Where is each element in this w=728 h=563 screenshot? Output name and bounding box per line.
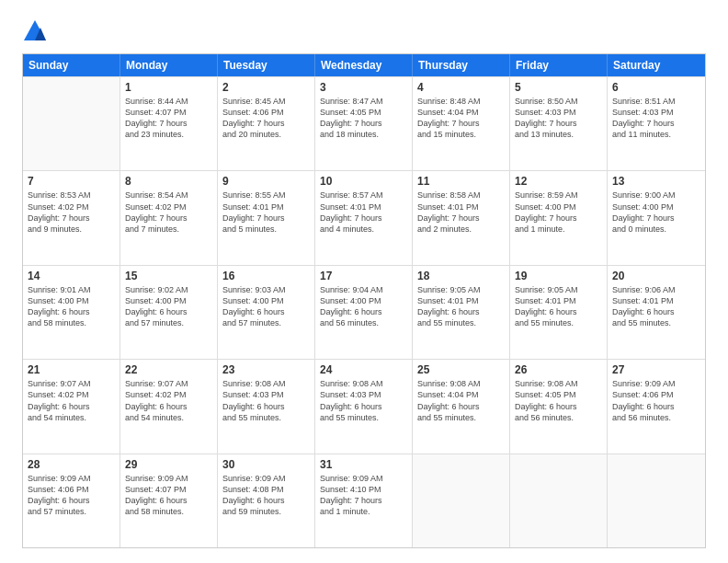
calendar-cell: 17Sunrise: 9:04 AMSunset: 4:00 PMDayligh… [315, 266, 413, 359]
cell-line: and 2 minutes. [417, 224, 505, 235]
day-number: 15 [125, 270, 212, 282]
cell-line: Sunrise: 8:50 AM [515, 96, 602, 107]
cell-line: Sunset: 4:02 PM [28, 389, 115, 400]
cell-line: Sunrise: 9:07 AM [28, 378, 115, 389]
cell-line: and 13 minutes. [515, 129, 602, 140]
calendar-cell [510, 454, 608, 547]
day-number: 25 [417, 363, 505, 376]
calendar-cell: 4Sunrise: 8:48 AMSunset: 4:04 PMDaylight… [413, 77, 510, 170]
calendar-cell: 15Sunrise: 9:02 AMSunset: 4:00 PMDayligh… [120, 266, 218, 359]
calendar-cell: 6Sunrise: 8:51 AMSunset: 4:03 PMDaylight… [608, 77, 705, 170]
cell-line: Sunrise: 9:09 AM [320, 473, 407, 484]
day-number: 16 [222, 270, 310, 282]
cell-line: and 58 minutes. [125, 506, 212, 517]
calendar-cell: 25Sunrise: 9:08 AMSunset: 4:04 PMDayligh… [413, 360, 510, 453]
cell-line: and 55 minutes. [612, 317, 700, 328]
day-number: 7 [28, 175, 115, 188]
calendar-cell: 13Sunrise: 9:00 AMSunset: 4:00 PMDayligh… [608, 171, 705, 264]
day-number: 20 [612, 270, 700, 282]
cell-line: and 55 minutes. [417, 317, 505, 328]
cell-line: Sunset: 4:07 PM [125, 107, 212, 118]
cell-line: Sunset: 4:04 PM [417, 107, 505, 118]
calendar-cell [608, 454, 705, 547]
cell-line: Sunset: 4:06 PM [612, 389, 700, 400]
day-number: 8 [125, 175, 212, 188]
cell-line: and 55 minutes. [320, 412, 407, 423]
cell-line: Sunrise: 9:08 AM [515, 378, 602, 389]
cell-line: Sunrise: 9:08 AM [417, 378, 505, 389]
cell-line: Sunset: 4:10 PM [320, 484, 407, 495]
cell-line: Sunrise: 9:01 AM [28, 284, 115, 295]
calendar-row: 28Sunrise: 9:09 AMSunset: 4:06 PMDayligh… [23, 454, 705, 547]
header [22, 18, 706, 44]
cell-line: Daylight: 6 hours [125, 495, 212, 506]
day-number: 11 [417, 175, 505, 188]
day-number: 31 [320, 458, 407, 471]
day-number: 30 [222, 458, 310, 471]
cell-line: Daylight: 7 hours [125, 213, 212, 224]
day-number: 22 [125, 363, 212, 376]
cell-line: Sunset: 4:08 PM [222, 484, 310, 495]
cell-line: Daylight: 6 hours [125, 401, 212, 412]
cell-line: Sunrise: 9:04 AM [320, 284, 407, 295]
cell-line: Sunset: 4:03 PM [515, 107, 602, 118]
calendar-body: 1Sunrise: 8:44 AMSunset: 4:07 PMDaylight… [23, 76, 705, 547]
calendar-row: 7Sunrise: 8:53 AMSunset: 4:02 PMDaylight… [23, 170, 705, 264]
cell-line: and 55 minutes. [417, 412, 505, 423]
calendar-cell: 30Sunrise: 9:09 AMSunset: 4:08 PMDayligh… [218, 454, 315, 547]
cell-line: Sunrise: 9:05 AM [417, 284, 505, 295]
cell-line: Daylight: 6 hours [417, 306, 505, 317]
cell-line: Daylight: 7 hours [417, 118, 505, 129]
cell-line: Daylight: 6 hours [125, 306, 212, 317]
cell-line: and 4 minutes. [320, 224, 407, 235]
cal-header-cell: Tuesday [218, 54, 315, 76]
calendar-cell: 21Sunrise: 9:07 AMSunset: 4:02 PMDayligh… [23, 360, 120, 453]
cell-line: Daylight: 6 hours [320, 306, 407, 317]
calendar-cell: 19Sunrise: 9:05 AMSunset: 4:01 PMDayligh… [510, 266, 608, 359]
cell-line: and 5 minutes. [222, 224, 310, 235]
day-number: 4 [417, 81, 505, 94]
cell-line: and 57 minutes. [222, 317, 310, 328]
cell-line: Sunrise: 8:48 AM [417, 96, 505, 107]
cell-line: Daylight: 6 hours [417, 401, 505, 412]
cell-line: Daylight: 6 hours [515, 306, 602, 317]
day-number: 1 [125, 81, 212, 94]
day-number: 17 [320, 270, 407, 282]
calendar-cell: 27Sunrise: 9:09 AMSunset: 4:06 PMDayligh… [608, 360, 705, 453]
cell-line: and 59 minutes. [222, 506, 310, 517]
cell-line: Sunset: 4:00 PM [320, 295, 407, 306]
day-number: 27 [612, 363, 700, 376]
calendar-header: SundayMondayTuesdayWednesdayThursdayFrid… [23, 54, 705, 76]
calendar-cell: 9Sunrise: 8:55 AMSunset: 4:01 PMDaylight… [218, 171, 315, 264]
cell-line: Daylight: 6 hours [320, 401, 407, 412]
calendar-cell: 16Sunrise: 9:03 AMSunset: 4:00 PMDayligh… [218, 266, 315, 359]
logo-icon [22, 18, 48, 44]
calendar-row: 21Sunrise: 9:07 AMSunset: 4:02 PMDayligh… [23, 359, 705, 453]
cell-line: Daylight: 6 hours [515, 401, 602, 412]
cell-line: Sunrise: 8:54 AM [125, 190, 212, 201]
day-number: 29 [125, 458, 212, 471]
calendar-cell: 22Sunrise: 9:07 AMSunset: 4:02 PMDayligh… [120, 360, 218, 453]
cell-line: and 1 minute. [320, 506, 407, 517]
calendar-cell: 7Sunrise: 8:53 AMSunset: 4:02 PMDaylight… [23, 171, 120, 264]
cell-line: Sunset: 4:02 PM [125, 389, 212, 400]
cell-line: and 20 minutes. [222, 129, 310, 140]
cell-line: and 18 minutes. [320, 129, 407, 140]
day-number: 10 [320, 175, 407, 188]
cell-line: Sunset: 4:01 PM [612, 295, 700, 306]
cell-line: Daylight: 7 hours [320, 118, 407, 129]
cell-line: Daylight: 6 hours [612, 401, 700, 412]
day-number: 24 [320, 363, 407, 376]
calendar-cell: 1Sunrise: 8:44 AMSunset: 4:07 PMDaylight… [120, 77, 218, 170]
cell-line: Daylight: 7 hours [222, 213, 310, 224]
cell-line: Sunset: 4:03 PM [320, 389, 407, 400]
cell-line: Sunset: 4:06 PM [222, 107, 310, 118]
cell-line: Sunset: 4:00 PM [28, 295, 115, 306]
cell-line: Daylight: 7 hours [28, 213, 115, 224]
cell-line: and 57 minutes. [28, 506, 115, 517]
calendar-cell: 28Sunrise: 9:09 AMSunset: 4:06 PMDayligh… [23, 454, 120, 547]
calendar-cell: 2Sunrise: 8:45 AMSunset: 4:06 PMDaylight… [218, 77, 315, 170]
cell-line: Sunset: 4:03 PM [612, 107, 700, 118]
cell-line: and 56 minutes. [612, 412, 700, 423]
calendar-cell: 10Sunrise: 8:57 AMSunset: 4:01 PMDayligh… [315, 171, 413, 264]
